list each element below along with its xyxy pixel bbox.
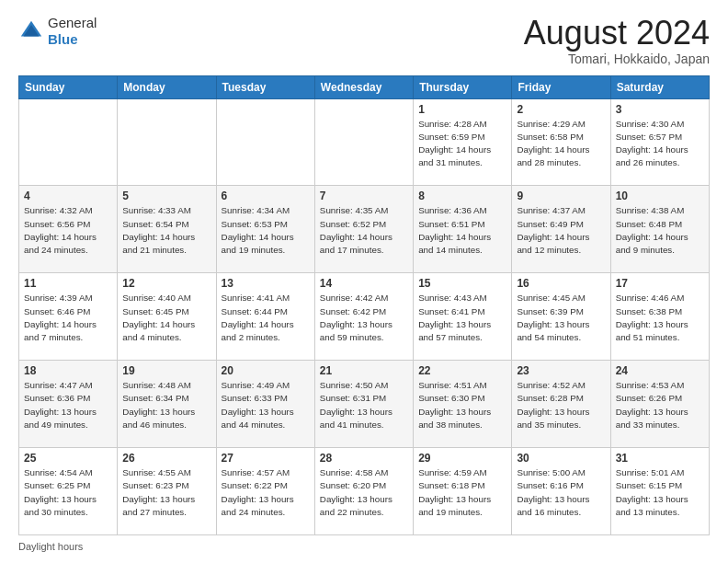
calendar-cell-w0-d2 <box>216 98 314 186</box>
day-info: Sunrise: 4:59 AM Sunset: 6:18 PM Dayligh… <box>418 466 506 519</box>
day-number: 28 <box>320 452 408 465</box>
col-tuesday: Tuesday <box>216 75 314 98</box>
page: General Blue August 2024 Tomari, Hokkaid… <box>0 0 728 563</box>
day-info: Sunrise: 4:29 AM Sunset: 6:58 PM Dayligh… <box>517 118 605 170</box>
day-number: 7 <box>320 190 408 202</box>
calendar-cell-w2-d2: 13Sunrise: 4:41 AM Sunset: 6:44 PM Dayli… <box>216 273 314 361</box>
calendar-cell-w2-d1: 12Sunrise: 4:40 AM Sunset: 6:45 PM Dayli… <box>118 273 216 361</box>
day-number: 24 <box>616 364 704 377</box>
logo-icon <box>18 18 44 44</box>
calendar-cell-w3-d2: 20Sunrise: 4:49 AM Sunset: 6:33 PM Dayli… <box>216 361 314 448</box>
day-info: Sunrise: 4:42 AM Sunset: 6:42 PM Dayligh… <box>320 292 408 344</box>
logo-blue: Blue <box>48 31 78 47</box>
calendar-cell-w3-d0: 18Sunrise: 4:47 AM Sunset: 6:36 PM Dayli… <box>19 361 118 448</box>
calendar-cell-w3-d6: 24Sunrise: 4:53 AM Sunset: 6:26 PM Dayli… <box>610 361 709 448</box>
day-number: 20 <box>222 364 310 377</box>
week-row-3: 18Sunrise: 4:47 AM Sunset: 6:36 PM Dayli… <box>19 361 710 448</box>
week-row-0: 1Sunrise: 4:28 AM Sunset: 6:59 PM Daylig… <box>19 98 710 186</box>
day-info: Sunrise: 4:37 AM Sunset: 6:49 PM Dayligh… <box>517 204 605 257</box>
day-number: 14 <box>320 277 408 290</box>
day-info: Sunrise: 4:47 AM Sunset: 6:36 PM Dayligh… <box>24 379 112 431</box>
calendar-cell-w0-d0 <box>19 98 118 186</box>
col-friday: Friday <box>512 75 610 98</box>
day-info: Sunrise: 4:41 AM Sunset: 6:44 PM Dayligh… <box>222 292 310 344</box>
day-info: Sunrise: 4:50 AM Sunset: 6:31 PM Dayligh… <box>320 379 408 431</box>
day-number: 25 <box>24 452 112 465</box>
calendar-cell-w4-d6: 31Sunrise: 5:01 AM Sunset: 6:15 PM Dayli… <box>610 448 709 535</box>
day-info: Sunrise: 4:48 AM Sunset: 6:34 PM Dayligh… <box>122 379 210 431</box>
calendar-cell-w0-d6: 3Sunrise: 4:30 AM Sunset: 6:57 PM Daylig… <box>610 98 709 186</box>
col-sunday: Sunday <box>19 75 118 98</box>
calendar-cell-w4-d5: 30Sunrise: 5:00 AM Sunset: 6:16 PM Dayli… <box>512 448 610 535</box>
calendar-cell-w1-d4: 8Sunrise: 4:36 AM Sunset: 6:51 PM Daylig… <box>414 186 512 273</box>
day-number: 3 <box>616 103 704 116</box>
calendar-cell-w1-d5: 9Sunrise: 4:37 AM Sunset: 6:49 PM Daylig… <box>512 186 610 273</box>
header: General Blue August 2024 Tomari, Hokkaid… <box>18 15 710 66</box>
day-number: 29 <box>418 452 506 465</box>
calendar-table: Sunday Monday Tuesday Wednesday Thursday… <box>18 75 710 535</box>
calendar-cell-w1-d2: 6Sunrise: 4:34 AM Sunset: 6:53 PM Daylig… <box>216 186 314 273</box>
calendar-cell-w3-d4: 22Sunrise: 4:51 AM Sunset: 6:30 PM Dayli… <box>414 361 512 448</box>
col-monday: Monday <box>118 75 216 98</box>
subtitle: Tomari, Hokkaido, Japan <box>524 52 710 66</box>
day-number: 2 <box>517 103 605 116</box>
day-number: 19 <box>122 364 210 377</box>
calendar-cell-w0-d1 <box>118 98 216 186</box>
day-info: Sunrise: 5:01 AM Sunset: 6:15 PM Dayligh… <box>616 466 704 519</box>
day-info: Sunrise: 4:36 AM Sunset: 6:51 PM Dayligh… <box>418 204 506 257</box>
day-number: 16 <box>517 277 605 290</box>
day-number: 10 <box>616 190 704 202</box>
calendar-cell-w4-d3: 28Sunrise: 4:58 AM Sunset: 6:20 PM Dayli… <box>314 448 413 535</box>
week-row-2: 11Sunrise: 4:39 AM Sunset: 6:46 PM Dayli… <box>19 273 710 361</box>
day-number: 6 <box>222 190 310 202</box>
day-number: 12 <box>122 277 210 290</box>
day-number: 21 <box>320 364 408 377</box>
day-info: Sunrise: 4:35 AM Sunset: 6:52 PM Dayligh… <box>320 204 408 257</box>
day-info: Sunrise: 4:55 AM Sunset: 6:23 PM Dayligh… <box>122 466 210 519</box>
main-title: August 2024 <box>524 15 710 52</box>
calendar-cell-w4-d2: 27Sunrise: 4:57 AM Sunset: 6:22 PM Dayli… <box>216 448 314 535</box>
day-info: Sunrise: 4:34 AM Sunset: 6:53 PM Dayligh… <box>222 204 310 257</box>
day-number: 9 <box>517 190 605 202</box>
day-info: Sunrise: 4:40 AM Sunset: 6:45 PM Dayligh… <box>122 292 210 344</box>
day-info: Sunrise: 4:57 AM Sunset: 6:22 PM Dayligh… <box>222 466 310 519</box>
day-number: 5 <box>122 190 210 202</box>
day-number: 17 <box>616 277 704 290</box>
day-info: Sunrise: 4:43 AM Sunset: 6:41 PM Dayligh… <box>418 292 506 344</box>
col-thursday: Thursday <box>414 75 512 98</box>
calendar-cell-w1-d6: 10Sunrise: 4:38 AM Sunset: 6:48 PM Dayli… <box>610 186 709 273</box>
calendar-cell-w2-d5: 16Sunrise: 4:45 AM Sunset: 6:39 PM Dayli… <box>512 273 610 361</box>
day-number: 30 <box>517 452 605 465</box>
calendar-cell-w4-d1: 26Sunrise: 4:55 AM Sunset: 6:23 PM Dayli… <box>118 448 216 535</box>
day-info: Sunrise: 4:53 AM Sunset: 6:26 PM Dayligh… <box>616 379 704 431</box>
day-number: 18 <box>24 364 112 377</box>
calendar-cell-w2-d4: 15Sunrise: 4:43 AM Sunset: 6:41 PM Dayli… <box>414 273 512 361</box>
title-block: August 2024 Tomari, Hokkaido, Japan <box>524 15 710 66</box>
logo: General Blue <box>18 15 97 48</box>
calendar-cell-w3-d5: 23Sunrise: 4:52 AM Sunset: 6:28 PM Dayli… <box>512 361 610 448</box>
calendar-cell-w3-d3: 21Sunrise: 4:50 AM Sunset: 6:31 PM Dayli… <box>314 361 413 448</box>
logo-general: General <box>48 15 97 30</box>
day-number: 8 <box>418 190 506 202</box>
logo-text: General Blue <box>48 15 97 48</box>
col-wednesday: Wednesday <box>314 75 413 98</box>
footer-note: Daylight hours <box>18 541 710 552</box>
day-number: 23 <box>517 364 605 377</box>
calendar-cell-w1-d3: 7Sunrise: 4:35 AM Sunset: 6:52 PM Daylig… <box>314 186 413 273</box>
day-number: 4 <box>24 190 112 202</box>
calendar-cell-w1-d1: 5Sunrise: 4:33 AM Sunset: 6:54 PM Daylig… <box>118 186 216 273</box>
day-info: Sunrise: 4:39 AM Sunset: 6:46 PM Dayligh… <box>24 292 112 344</box>
day-number: 1 <box>418 103 506 116</box>
day-info: Sunrise: 4:38 AM Sunset: 6:48 PM Dayligh… <box>616 204 704 257</box>
calendar-cell-w1-d0: 4Sunrise: 4:32 AM Sunset: 6:56 PM Daylig… <box>19 186 118 273</box>
day-info: Sunrise: 5:00 AM Sunset: 6:16 PM Dayligh… <box>517 466 605 519</box>
day-info: Sunrise: 4:33 AM Sunset: 6:54 PM Dayligh… <box>122 204 210 257</box>
day-info: Sunrise: 4:52 AM Sunset: 6:28 PM Dayligh… <box>517 379 605 431</box>
week-row-4: 25Sunrise: 4:54 AM Sunset: 6:25 PM Dayli… <box>19 448 710 535</box>
day-info: Sunrise: 4:32 AM Sunset: 6:56 PM Dayligh… <box>24 204 112 257</box>
day-info: Sunrise: 4:28 AM Sunset: 6:59 PM Dayligh… <box>418 118 506 170</box>
calendar-cell-w4-d4: 29Sunrise: 4:59 AM Sunset: 6:18 PM Dayli… <box>414 448 512 535</box>
day-number: 13 <box>222 277 310 290</box>
day-number: 26 <box>122 452 210 465</box>
day-info: Sunrise: 4:45 AM Sunset: 6:39 PM Dayligh… <box>517 292 605 344</box>
